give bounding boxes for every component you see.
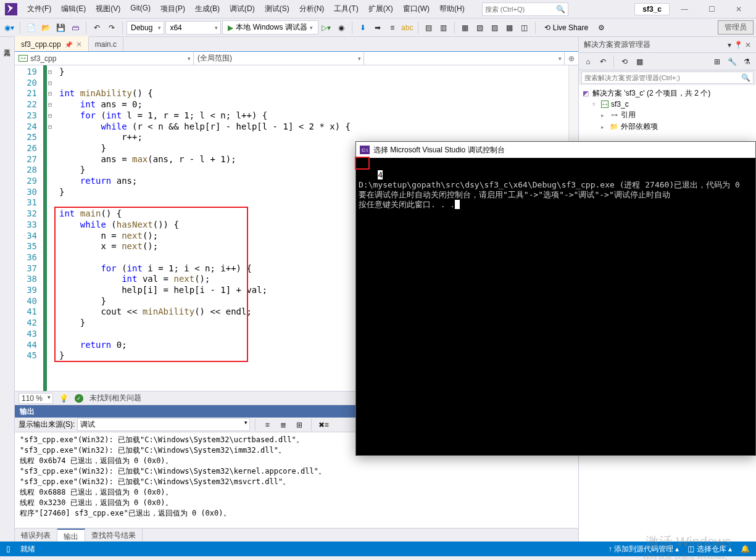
sol-filter-button[interactable]: ⚗ xyxy=(740,55,754,68)
left-tool-tabs: 工具箱 xyxy=(0,37,15,541)
close-icon[interactable]: ✕ xyxy=(745,41,751,49)
start-no-debug-button[interactable]: ▷▾ xyxy=(320,21,333,35)
out-clear-button[interactable]: ✖≡ xyxy=(317,418,330,432)
out-btn-1[interactable]: ≡ xyxy=(260,418,274,432)
tool-b-button[interactable]: ▥ xyxy=(437,21,451,35)
bottom-tabs: 错误列表 输出 查找符号结果 xyxy=(15,528,578,541)
pin-icon[interactable]: 📍 xyxy=(734,41,743,49)
expand-icon[interactable]: ▸ xyxy=(601,112,607,118)
sol-home-button[interactable]: ⌂ xyxy=(581,55,595,68)
tab-symbols[interactable]: 查找符号结果 xyxy=(85,529,143,541)
split-icon[interactable]: ⊕ xyxy=(565,52,578,65)
toolbox-tab[interactable]: 工具箱 xyxy=(0,39,14,541)
step-over-button[interactable]: ➡ xyxy=(371,21,384,35)
status-icon: ▯ xyxy=(6,545,10,553)
sol-sync-button[interactable]: ⟲ xyxy=(618,55,631,68)
minimize-button[interactable]: — xyxy=(672,1,697,18)
debug-console-window[interactable]: C:\ 选择 Microsoft Visual Studio 调试控制台 4 D… xyxy=(355,141,756,456)
tool-c-button[interactable]: ▦ xyxy=(459,21,472,35)
search-box[interactable]: 🔍 xyxy=(482,2,568,16)
bell-icon[interactable]: 🔔 xyxy=(741,545,750,553)
redo-button[interactable]: ↷ xyxy=(105,21,118,35)
scope-combo[interactable]: ++sf3_cpp xyxy=(15,52,194,65)
solution-icon: ◩ xyxy=(581,89,590,98)
step-button[interactable]: ⬇ xyxy=(356,21,370,35)
menu-分析[interactable]: 分析(N) xyxy=(294,1,330,17)
zoom-combo[interactable]: 110 % xyxy=(19,393,53,404)
menu-调试[interactable]: 调试(D) xyxy=(225,1,260,17)
open-button[interactable]: 📂 xyxy=(39,21,52,35)
close-icon[interactable]: ✕ xyxy=(76,40,82,49)
file-tabs: sf3_cpp.cpp📌✕ main.c xyxy=(15,37,578,52)
out-btn-2[interactable]: ≣ xyxy=(276,418,290,432)
tab-output[interactable]: 输出 xyxy=(57,529,85,541)
bulb-icon[interactable]: 💡 xyxy=(59,394,69,403)
tool-e-button[interactable]: ▨ xyxy=(488,21,502,35)
console-highlight xyxy=(355,157,370,170)
undo-button[interactable]: ↶ xyxy=(90,21,104,35)
platform-combo[interactable]: x64 xyxy=(165,21,221,35)
expand-icon[interactable]: ▸ xyxy=(601,124,607,130)
comment-button[interactable]: abc xyxy=(401,21,414,35)
tool-f-button[interactable]: ▩ xyxy=(503,21,517,35)
menu-测试[interactable]: 测试(S) xyxy=(260,1,294,17)
menu-扩展[interactable]: 扩展(X) xyxy=(363,1,398,17)
out-btn-3[interactable]: ⊞ xyxy=(293,418,306,432)
outline-button[interactable]: ≡ xyxy=(386,21,399,35)
tree-item[interactable]: ▿++sf3_c xyxy=(581,99,754,109)
member-combo[interactable] xyxy=(364,52,565,65)
tree-item[interactable]: ▸⊶引用 xyxy=(581,109,754,121)
menu-文件[interactable]: 文件(F) xyxy=(22,1,56,17)
config-combo[interactable]: Debug xyxy=(127,21,164,35)
save-button[interactable]: 💾 xyxy=(54,21,67,35)
menu-生成[interactable]: 生成(B) xyxy=(190,1,225,17)
tab-errors[interactable]: 错误列表 xyxy=(15,529,57,541)
main-toolbar: ◉▾ 📄 📂 💾 🗃 ↶ ↷ Debug x64 ▶本地 Windows 调试器… xyxy=(0,19,756,37)
menu-git[interactable]: Git(G) xyxy=(125,1,156,17)
tab-main-c[interactable]: main.c xyxy=(89,38,123,51)
solution-search-input[interactable] xyxy=(584,74,741,81)
settings-button[interactable]: ⚙ xyxy=(594,21,608,35)
tool-a-button[interactable]: ▤ xyxy=(422,21,436,35)
sol-wrench-button[interactable]: 🔧 xyxy=(725,55,739,68)
ref-icon: ⊶ xyxy=(610,111,618,120)
sol-tool-button[interactable]: ▦ xyxy=(633,55,646,68)
pin-icon[interactable]: 📌 xyxy=(65,41,72,48)
menu-编辑[interactable]: 编辑(E) xyxy=(56,1,91,17)
menu-视图[interactable]: 视图(V) xyxy=(91,1,125,17)
tool-d-button[interactable]: ▧ xyxy=(473,21,487,35)
console-titlebar[interactable]: C:\ 选择 Microsoft Visual Studio 调试控制台 xyxy=(356,142,755,158)
sol-back-button[interactable]: ↶ xyxy=(596,55,610,68)
ok-icon: ✓ xyxy=(75,394,83,403)
dropdown-icon[interactable]: ▾ xyxy=(728,41,731,49)
new-button[interactable]: 📄 xyxy=(24,21,38,35)
maximize-button[interactable]: ☐ xyxy=(699,1,724,18)
folder-icon: 📁 xyxy=(610,123,618,131)
search-input[interactable] xyxy=(485,6,556,13)
watermark-sub: 转到"设置"以激活 Windows。 xyxy=(643,552,732,560)
line-numbers: 19 20 21 22 23 24 25 26 27 28 29 30 31 3… xyxy=(15,65,43,391)
nav-back-button[interactable]: ◉▾ xyxy=(2,21,16,35)
start-debug-button[interactable]: ▶本地 Windows 调试器▾ xyxy=(222,20,318,35)
menu-项目[interactable]: 项目(P) xyxy=(156,1,190,17)
menu-帮助[interactable]: 帮助(H) xyxy=(434,1,470,17)
context-combo[interactable]: (全局范围) xyxy=(194,52,364,65)
save-all-button[interactable]: 🗃 xyxy=(69,21,82,35)
expand-icon[interactable]: ▿ xyxy=(592,101,599,107)
main-menu: 文件(F)编辑(E)视图(V)Git(G)项目(P)生成(B)调试(D)测试(S… xyxy=(22,1,470,17)
live-share-button[interactable]: ⟲ Live Share xyxy=(539,22,593,33)
search-icon: 🔍 xyxy=(556,5,565,14)
sol-view-button[interactable]: ⊞ xyxy=(710,55,724,68)
console-body[interactable]: 4 D:\mysetup\gopath\src\dsy\sf3_c\x64\De… xyxy=(356,158,755,222)
output-source-combo[interactable]: 调试 xyxy=(77,418,250,431)
menu-窗口[interactable]: 窗口(W) xyxy=(398,1,434,17)
close-button[interactable]: ✕ xyxy=(726,1,751,18)
tree-item[interactable]: ▸📁外部依赖项 xyxy=(581,121,754,133)
title-bar: 文件(F)编辑(E)视图(V)Git(G)项目(P)生成(B)调试(D)测试(S… xyxy=(0,0,756,19)
tool-g-button[interactable]: ◫ xyxy=(518,21,531,35)
solution-root[interactable]: ◩解决方案 'sf3_c' (2 个项目，共 2 个) xyxy=(581,88,754,99)
tab-sf3-cpp[interactable]: sf3_cpp.cpp📌✕ xyxy=(15,36,89,51)
apps-button[interactable]: ◉ xyxy=(334,21,348,35)
solution-search[interactable]: 🔍 xyxy=(581,72,754,84)
menu-工具[interactable]: 工具(T) xyxy=(329,1,363,17)
